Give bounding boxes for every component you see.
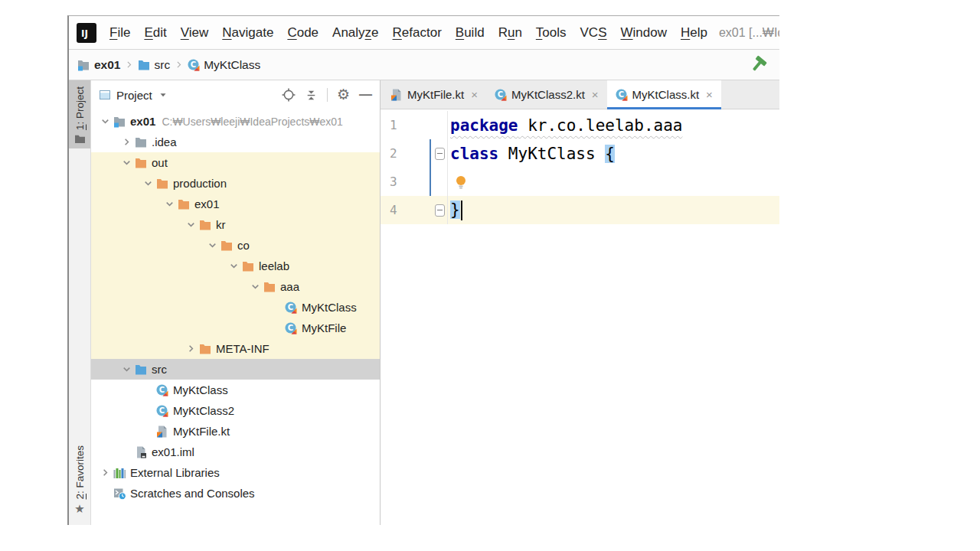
navigation-bar: ex01srcCMyKtClass xyxy=(69,50,779,80)
line-number: 1 xyxy=(381,118,397,132)
tree-row[interactable]: Scratches and Consoles xyxy=(91,483,380,504)
menu-view[interactable]: View xyxy=(174,22,216,44)
tree-row[interactable]: External Libraries xyxy=(91,462,380,483)
kotlin-class-icon: C xyxy=(495,89,507,101)
stripe-tab-favorites[interactable]: 2: Favorites ★ xyxy=(69,439,90,519)
fold-marker-open-icon[interactable] xyxy=(435,148,445,160)
tree-row[interactable]: src xyxy=(91,359,380,380)
editor-tab-myktfile.kt[interactable]: MyKtFile.kt× xyxy=(382,80,486,109)
project-panel-title[interactable]: Project xyxy=(116,89,152,102)
tree-chevron-down-icon[interactable] xyxy=(119,157,134,168)
tree-row[interactable]: production xyxy=(91,173,380,194)
svg-text:C: C xyxy=(159,406,165,415)
tree-chevron-down-icon[interactable] xyxy=(97,116,113,127)
tree-row[interactable]: co xyxy=(91,235,380,256)
tree-row[interactable]: ex01C:₩Users₩leeji₩IdeaProjects₩ex01 xyxy=(91,111,380,132)
tree-row[interactable]: CMyKtClass xyxy=(91,297,380,318)
menu-navigate[interactable]: Navigate xyxy=(215,22,280,44)
editor-tab-myktclass.kt[interactable]: CMyKtClass.kt× xyxy=(607,80,721,109)
tree-chevron-down-icon[interactable] xyxy=(140,178,155,189)
svg-text:C: C xyxy=(288,303,293,311)
tree-chevron-down-icon[interactable] xyxy=(204,240,220,251)
code-text: class MyKtClass { xyxy=(448,145,615,163)
tree-row[interactable]: MyKtFile.kt xyxy=(91,421,380,442)
code-segment: MyKtClass xyxy=(498,145,605,163)
tree-chevron-right-icon[interactable] xyxy=(183,343,198,354)
menu-build[interactable]: Build xyxy=(449,22,492,44)
breadcrumb-item-myktclass[interactable]: CMyKtClass xyxy=(185,57,263,73)
menu-run[interactable]: Run xyxy=(492,22,529,44)
code-line[interactable]: 2class MyKtClass { xyxy=(381,139,779,168)
menu-file[interactable]: File xyxy=(103,22,137,44)
tree-row-label: aaa xyxy=(280,280,299,293)
code-segment: kr.co.leelab.aaa xyxy=(518,116,683,135)
settings-gear-icon[interactable]: ⚙ xyxy=(337,89,350,101)
code-line[interactable]: 4} xyxy=(381,196,779,224)
tree-chevron-down-icon[interactable] xyxy=(183,219,198,230)
folder-orange-icon xyxy=(198,343,212,354)
tree-row[interactable]: .idea xyxy=(91,132,380,152)
menu-vcs[interactable]: VCS xyxy=(573,22,614,44)
menu-analyze[interactable]: Analyze xyxy=(325,22,386,44)
tree-row[interactable]: ex01.iml xyxy=(91,442,380,462)
tree-row-label: kr xyxy=(216,218,226,231)
tree-row-label: ex01.iml xyxy=(152,445,194,458)
close-tab-icon[interactable]: × xyxy=(706,88,713,101)
menu-help[interactable]: Help xyxy=(674,22,714,44)
tree-chevron-down-icon[interactable] xyxy=(162,198,177,210)
menu-tools[interactable]: Tools xyxy=(529,22,573,44)
kotlin-class-icon: C xyxy=(284,302,298,314)
tree-chevron-down-icon[interactable] xyxy=(247,281,263,292)
tree-chevron-down-icon[interactable] xyxy=(119,364,134,375)
tree-row[interactable]: leelab xyxy=(91,256,380,276)
kotlin-class-icon: C xyxy=(284,322,298,334)
tree-chevron-down-icon[interactable] xyxy=(226,260,241,272)
chevron-down-icon[interactable] xyxy=(158,90,168,100)
code-line[interactable]: 3 xyxy=(381,168,779,196)
breadcrumb-item-src[interactable]: src xyxy=(136,57,172,73)
collapse-all-icon[interactable] xyxy=(305,89,318,102)
build-hammer-button[interactable] xyxy=(749,55,769,75)
code-lines: 1package kr.co.leelab.aaa2class MyKtClas… xyxy=(381,111,779,224)
folder-orange-icon xyxy=(241,260,255,272)
editor-tab-myktclass2.kt[interactable]: CMyKtClass2.kt× xyxy=(486,80,607,109)
tree-row[interactable]: kr xyxy=(91,214,380,235)
tree-row-label: ex01 xyxy=(130,115,155,128)
scratches-icon xyxy=(113,487,126,500)
project-tree[interactable]: ex01C:₩Users₩leeji₩IdeaProjects₩ex01.ide… xyxy=(91,109,380,525)
tree-row[interactable]: aaa xyxy=(91,276,380,297)
editor-area: MyKtFile.kt×CMyKtClass2.kt×CMyKtClass.kt… xyxy=(381,80,779,525)
tree-chevron-right-icon[interactable] xyxy=(119,136,134,148)
tree-row[interactable]: CMyKtFile xyxy=(91,318,380,338)
close-tab-icon[interactable]: × xyxy=(592,88,599,101)
editor-tab-label: MyKtClass2.kt xyxy=(511,88,585,101)
tree-row[interactable]: out xyxy=(91,152,380,173)
fold-marker-close-icon[interactable] xyxy=(435,204,445,217)
menu-bar-items: FileEditViewNavigateCodeAnalyzeRefactorB… xyxy=(103,22,714,44)
editor-gutter: 4 xyxy=(381,196,448,224)
tree-chevron-right-icon[interactable] xyxy=(97,467,113,478)
locate-icon[interactable] xyxy=(282,88,296,102)
menu-code[interactable]: Code xyxy=(280,22,325,44)
tree-row[interactable]: ex01 xyxy=(91,194,380,214)
tree-row[interactable]: CMyKtClass xyxy=(91,380,380,400)
folder-orange-icon xyxy=(155,178,169,189)
tree-row[interactable]: CMyKtClass2 xyxy=(91,400,380,421)
tree-row[interactable]: META-INF xyxy=(91,338,380,359)
project-folder-icon xyxy=(113,116,126,128)
menu-window[interactable]: Window xyxy=(614,22,674,44)
tree-row-label: .idea xyxy=(152,135,177,148)
code-line[interactable]: 1package kr.co.leelab.aaa xyxy=(381,111,779,139)
menu-refactor[interactable]: Refactor xyxy=(386,22,449,44)
code-text xyxy=(448,175,467,189)
svg-text:C: C xyxy=(191,60,196,69)
left-tool-stripe: 1: Project 2: Favorites ★ xyxy=(69,80,91,525)
menu-edit[interactable]: Edit xyxy=(137,22,173,44)
stripe-tab-project[interactable]: 1: Project xyxy=(69,80,90,148)
breadcrumb-item-ex01[interactable]: ex01 xyxy=(75,57,122,73)
close-tab-icon[interactable]: × xyxy=(471,88,478,101)
code-editor[interactable]: 1package kr.co.leelab.aaa2class MyKtClas… xyxy=(381,109,779,525)
hide-panel-icon[interactable]: — xyxy=(359,89,372,101)
tree-row-label: co xyxy=(237,239,250,252)
intention-bulb-icon[interactable] xyxy=(455,175,467,189)
